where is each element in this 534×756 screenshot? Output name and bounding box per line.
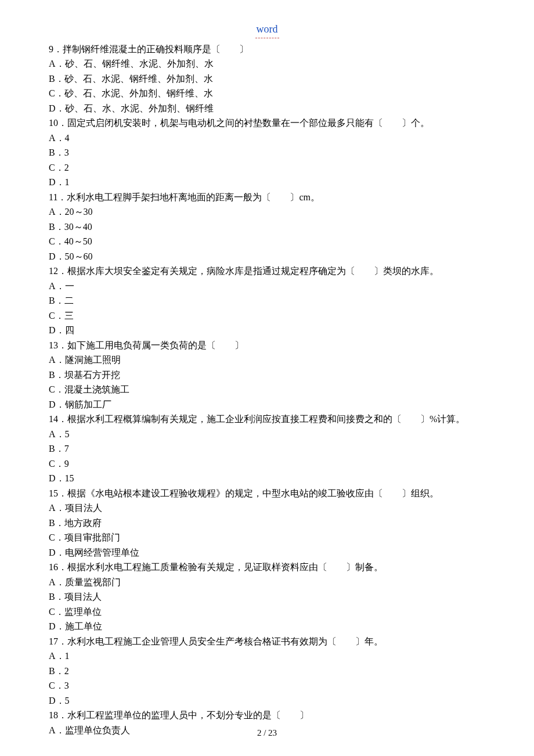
question-option: A．质量监视部门 xyxy=(49,575,485,590)
question-option: A．砂、石、钢纤维、水泥、外加剂、水 xyxy=(49,56,485,71)
question-option: D．四 xyxy=(49,323,485,338)
question-option: B．7 xyxy=(49,441,485,456)
question-option: B．3 xyxy=(49,145,485,160)
question-option: C．三 xyxy=(49,308,485,323)
content-body: 9．拌制钢纤维混凝土的正确投料顺序是〔 〕A．砂、石、钢纤维、水泥、外加剂、水B… xyxy=(49,42,485,738)
question-stem: 9．拌制钢纤维混凝土的正确投料顺序是〔 〕 xyxy=(49,42,485,57)
question-option: D．施工单位 xyxy=(49,619,485,634)
question-option: C．9 xyxy=(49,456,485,471)
question-option: C．砂、石、水泥、外加剂、钢纤维、水 xyxy=(49,86,485,101)
question-stem: 10．固定式启闭机安装时，机架与电动机之间的衬垫数量在一个部位最多只能有〔 〕个… xyxy=(49,116,485,131)
question-option: C．40～50 xyxy=(49,234,485,249)
question-option: A．20～30 xyxy=(49,204,485,219)
page-footer: 2 / 23 xyxy=(0,726,534,740)
question-option: C．混凝土浇筑施工 xyxy=(49,382,485,397)
question-option: C．3 xyxy=(49,678,485,693)
question-stem: 15．根据《水电站根本建设工程验收规程》的规定，中型水电站的竣工验收应由〔 〕组… xyxy=(49,486,485,501)
question-option: A．4 xyxy=(49,131,485,146)
question-option: A．一 xyxy=(49,279,485,294)
question-stem: 14．根据水利工程概算编制有关规定，施工企业利润应按直接工程费和间接费之和的〔 … xyxy=(49,412,485,427)
question-option: A．1 xyxy=(49,649,485,664)
page: word 9．拌制钢纤维混凝土的正确投料顺序是〔 〕A．砂、石、钢纤维、水泥、外… xyxy=(0,0,534,756)
question-option: D．钢筋加工厂 xyxy=(49,397,485,412)
question-stem: 13．如下施工用电负荷属一类负荷的是〔 〕 xyxy=(49,338,485,353)
question-option: C．监理单位 xyxy=(49,604,485,620)
question-stem: 18．水利工程监理单位的监理人员中，不划分专业的是〔 〕 xyxy=(49,708,485,723)
question-option: B．地方政府 xyxy=(49,516,485,531)
question-option: B．2 xyxy=(49,664,485,679)
question-stem: 17．水利水电工程施工企业管理人员安全生产考核合格证书有效期为〔 〕年。 xyxy=(49,634,485,649)
page-header: word xyxy=(49,21,485,38)
question-option: A．5 xyxy=(49,427,485,442)
question-option: A．项目法人 xyxy=(49,501,485,516)
header-title: word xyxy=(255,21,279,38)
question-option: D．砂、石、水、水泥、外加剂、钢纤维 xyxy=(49,101,485,116)
question-option: C．2 xyxy=(49,160,485,175)
question-stem: 11．水利水电工程脚手架扫地杆离地面的距离一般为〔 〕cm。 xyxy=(49,190,485,205)
question-option: B．项目法人 xyxy=(49,589,485,604)
question-stem: 12．根据水库大坝安全鉴定有关规定，病险水库是指通过规定程序确定为〔 〕类坝的水… xyxy=(49,264,485,279)
question-option: C．项目审批部门 xyxy=(49,530,485,545)
question-option: D．电网经营管理单位 xyxy=(49,545,485,560)
question-option: B．砂、石、水泥、钢纤维、外加剂、水 xyxy=(49,71,485,87)
question-option: A．隧洞施工照明 xyxy=(49,352,485,368)
question-stem: 16．根据水利水电工程施工质量检验有关规定，见证取样资料应由〔 〕制备。 xyxy=(49,560,485,575)
question-option: B．二 xyxy=(49,293,485,308)
question-option: D．50～60 xyxy=(49,249,485,264)
question-option: B．坝基石方开挖 xyxy=(49,368,485,383)
question-option: D．15 xyxy=(49,471,485,486)
question-option: B．30～40 xyxy=(49,219,485,235)
page-number: 2 / 23 xyxy=(257,728,277,737)
question-option: D．1 xyxy=(49,175,485,190)
question-option: D．5 xyxy=(49,693,485,708)
